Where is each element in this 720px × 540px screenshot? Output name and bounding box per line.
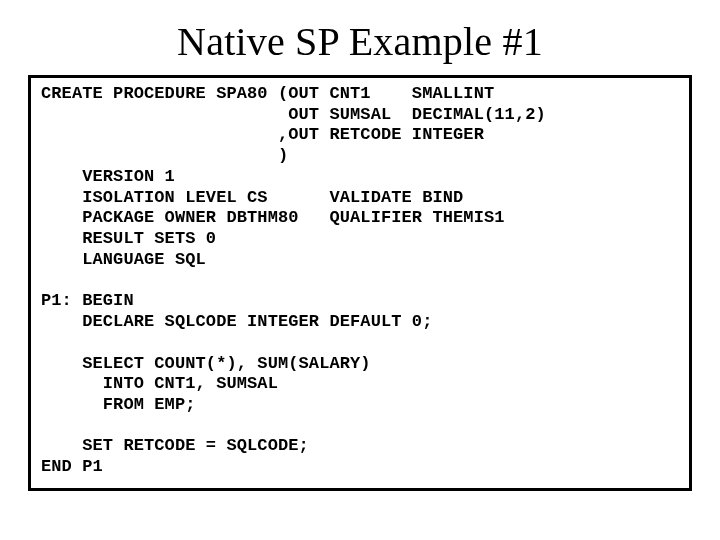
code-line: OUT SUMSAL DECIMAL(11,2) <box>41 105 546 124</box>
code-line: ISOLATION LEVEL CS VALIDATE BIND <box>41 188 463 207</box>
code-line: SELECT COUNT(*), SUM(SALARY) <box>41 354 371 373</box>
code-line: PACKAGE OWNER DBTHM80 QUALIFIER THEMIS1 <box>41 208 505 227</box>
code-line: CREATE PROCEDURE SPA80 (OUT CNT1 SMALLIN… <box>41 84 494 103</box>
code-line: RESULT SETS 0 <box>41 229 216 248</box>
code-line: SET RETCODE = SQLCODE; <box>41 436 309 455</box>
code-line: ) <box>41 146 288 165</box>
page-title: Native SP Example #1 <box>0 18 720 65</box>
code-block: CREATE PROCEDURE SPA80 (OUT CNT1 SMALLIN… <box>41 84 679 478</box>
code-line: VERSION 1 <box>41 167 175 186</box>
code-box: CREATE PROCEDURE SPA80 (OUT CNT1 SMALLIN… <box>28 75 692 491</box>
code-line: LANGUAGE SQL <box>41 250 206 269</box>
code-line: P1: BEGIN <box>41 291 134 310</box>
code-line: FROM EMP; <box>41 395 196 414</box>
code-line: END P1 <box>41 457 103 476</box>
code-line: ,OUT RETCODE INTEGER <box>41 125 484 144</box>
code-line: INTO CNT1, SUMSAL <box>41 374 278 393</box>
code-line: DECLARE SQLCODE INTEGER DEFAULT 0; <box>41 312 432 331</box>
slide: Native SP Example #1 CREATE PROCEDURE SP… <box>0 0 720 540</box>
